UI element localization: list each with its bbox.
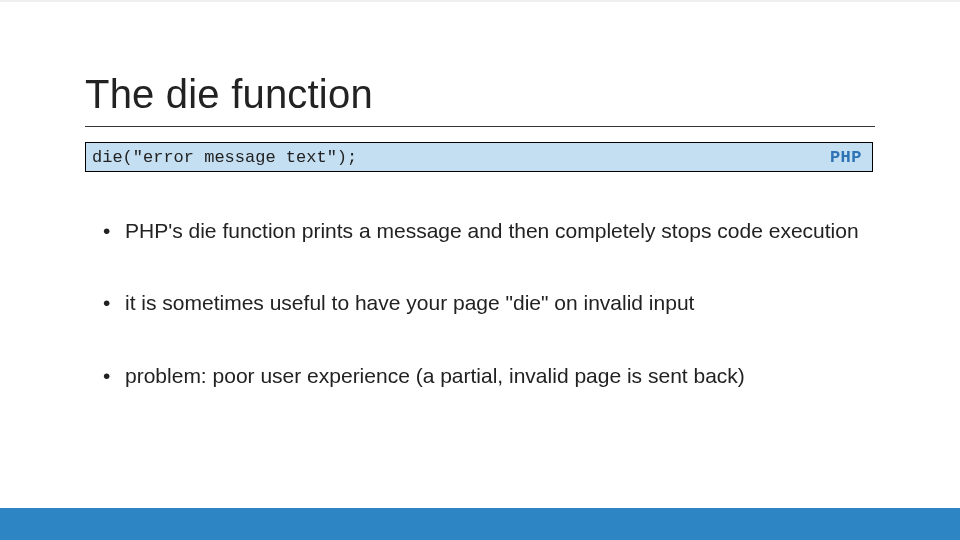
code-text: die("error message text"); bbox=[92, 148, 357, 167]
code-lang-label: PHP bbox=[830, 148, 862, 167]
top-border bbox=[0, 0, 960, 2]
bullet-item: problem: poor user experience (a partial… bbox=[85, 363, 875, 389]
slide: The die function die("error message text… bbox=[0, 0, 960, 540]
title-underline bbox=[85, 126, 875, 127]
bullet-list: PHP's die function prints a message and … bbox=[85, 218, 875, 435]
slide-title: The die function bbox=[85, 72, 373, 117]
bullet-item: it is sometimes useful to have your page… bbox=[85, 290, 875, 316]
bullet-item: PHP's die function prints a message and … bbox=[85, 218, 875, 244]
code-box: die("error message text"); PHP bbox=[85, 142, 873, 172]
bottom-accent-bar bbox=[0, 508, 960, 540]
